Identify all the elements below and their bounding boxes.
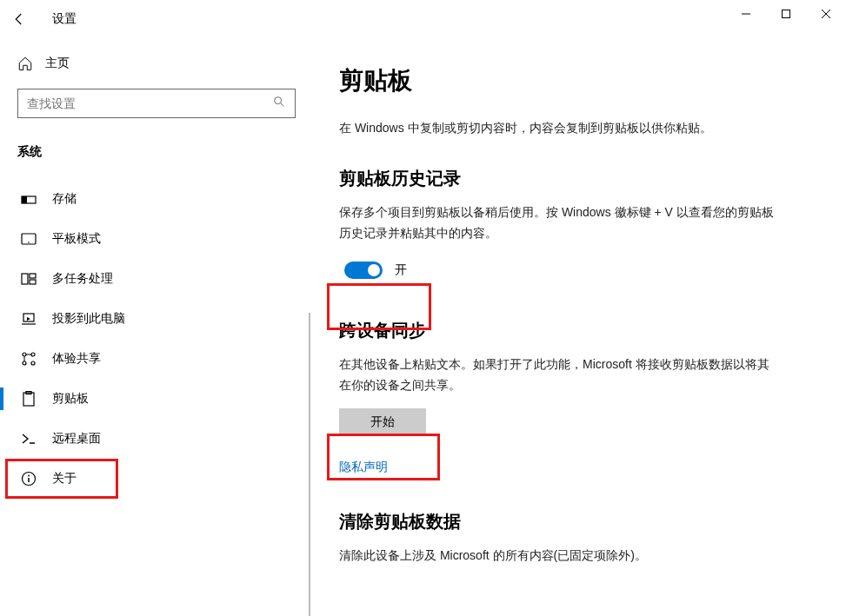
svg-rect-1 — [783, 10, 790, 18]
project-icon — [21, 313, 37, 325]
page-intro: 在 Windows 中复制或剪切内容时，内容会复制到剪贴板以供你粘贴。 — [339, 118, 811, 137]
privacy-link[interactable]: 隐私声明 — [339, 460, 388, 475]
nav-label: 存储 — [52, 191, 77, 207]
nav-label: 多任务处理 — [52, 271, 113, 287]
svg-point-9 — [28, 242, 30, 243]
history-heading: 剪贴板历史记录 — [339, 167, 811, 190]
arrow-left-icon — [11, 11, 27, 27]
nav-list: 存储 平板模式 多任务处理 投影到此电脑 体验共享 剪贴板 — [0, 179, 291, 499]
svg-point-15 — [23, 353, 26, 356]
history-desc: 保存多个项目到剪贴板以备稍后使用。按 Windows 徽标键 + V 以查看您的… — [339, 202, 774, 244]
svg-rect-11 — [30, 274, 36, 278]
sync-desc: 在其他设备上粘贴文本。如果打开了此功能，Microsoft 将接收剪贴板数据以将… — [339, 354, 774, 396]
svg-rect-21 — [23, 393, 34, 406]
nav-item-project[interactable]: 投影到此电脑 — [0, 299, 291, 339]
back-button[interactable] — [0, 0, 38, 38]
sync-start-button[interactable]: 开始 — [339, 408, 426, 436]
history-toggle-row: 开 — [339, 256, 811, 284]
svg-point-24 — [28, 475, 30, 477]
storage-icon — [21, 193, 37, 205]
window-controls — [726, 0, 846, 28]
home-link[interactable]: 主页 — [17, 56, 291, 71]
multitask-icon — [21, 273, 37, 285]
nav-item-about[interactable]: 关于 — [0, 459, 291, 499]
sidebar: 主页 系统 存储 平板模式 多任务处理 投影到此电脑 — [0, 38, 309, 616]
about-icon — [21, 471, 37, 487]
nav-item-shared[interactable]: 体验共享 — [0, 339, 291, 379]
search-box[interactable] — [17, 89, 296, 118]
minimize-button[interactable] — [726, 0, 766, 28]
home-icon — [17, 56, 33, 71]
close-icon — [821, 9, 831, 19]
remote-icon — [21, 433, 37, 445]
minimize-icon — [741, 9, 751, 19]
nav-label: 剪贴板 — [52, 391, 89, 407]
nav-label: 关于 — [52, 471, 77, 487]
clipboard-icon — [21, 391, 37, 407]
svg-rect-10 — [22, 274, 28, 284]
svg-rect-7 — [22, 196, 27, 203]
nav-item-tablet[interactable]: 平板模式 — [0, 219, 291, 259]
clear-desc: 清除此设备上涉及 Microsoft 的所有内容(已固定项除外)。 — [339, 546, 774, 566]
history-toggle[interactable] — [344, 262, 383, 279]
nav-label: 体验共享 — [52, 351, 101, 367]
svg-point-16 — [31, 353, 35, 356]
titlebar: 设置 — [0, 0, 846, 38]
maximize-icon — [781, 9, 791, 19]
nav-item-storage[interactable]: 存储 — [0, 179, 291, 219]
nav-item-clipboard[interactable]: 剪贴板 — [0, 379, 291, 419]
svg-rect-12 — [30, 280, 36, 284]
nav-label: 平板模式 — [52, 231, 101, 247]
main-panel: 剪贴板 在 Windows 中复制或剪切内容时，内容会复制到剪贴板以供你粘贴。 … — [309, 38, 846, 616]
nav-item-multitask[interactable]: 多任务处理 — [0, 259, 291, 299]
tablet-icon — [21, 233, 37, 245]
clear-heading: 清除剪贴板数据 — [339, 510, 811, 533]
history-toggle-label: 开 — [395, 262, 407, 278]
svg-point-17 — [23, 361, 26, 365]
search-input[interactable] — [27, 96, 272, 110]
category-label: 系统 — [17, 144, 291, 160]
window-title: 设置 — [52, 11, 77, 27]
sync-heading: 跨设备同步 — [339, 319, 811, 342]
maximize-button[interactable] — [766, 0, 806, 28]
nav-item-remote[interactable]: 远程桌面 — [0, 419, 291, 459]
nav-label: 远程桌面 — [52, 431, 101, 447]
svg-point-18 — [31, 361, 35, 365]
svg-line-5 — [281, 103, 283, 106]
search-icon — [272, 95, 286, 112]
svg-point-4 — [275, 97, 282, 104]
close-button[interactable] — [806, 0, 846, 28]
nav-label: 投影到此电脑 — [52, 311, 125, 327]
toggle-knob — [368, 264, 380, 276]
svg-rect-13 — [23, 314, 34, 321]
page-title: 剪贴板 — [339, 64, 811, 97]
home-label: 主页 — [45, 56, 70, 71]
shared-icon — [21, 351, 37, 367]
